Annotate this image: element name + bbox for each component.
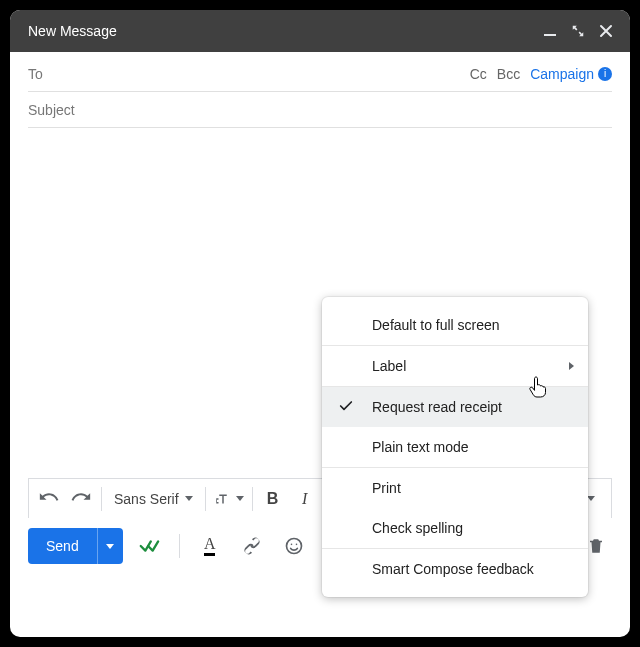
menu-item-label[interactable]: Label [322, 346, 588, 386]
redo-button[interactable] [65, 484, 97, 514]
more-options-menu: Default to full screen Label Request rea… [322, 297, 588, 597]
svg-rect-0 [544, 34, 556, 36]
font-family-label: Sans Serif [114, 491, 179, 507]
bcc-toggle[interactable]: Bcc [497, 66, 520, 82]
bold-button[interactable]: B [257, 484, 289, 514]
minimize-button[interactable] [538, 19, 562, 43]
separator [101, 487, 102, 511]
fullscreen-button[interactable] [566, 19, 590, 43]
chevron-down-icon [185, 496, 193, 501]
italic-button[interactable]: I [289, 484, 321, 514]
menu-item-read-receipt[interactable]: Request read receipt [322, 387, 588, 427]
menu-item-label: Smart Compose feedback [372, 561, 534, 577]
to-label: To [28, 66, 43, 82]
menu-item-label: Check spelling [372, 520, 463, 536]
info-icon: i [598, 67, 612, 81]
chevron-down-icon [587, 496, 595, 501]
check-icon [338, 398, 354, 417]
menu-item-check-spelling[interactable]: Check spelling [322, 508, 588, 548]
campaign-label: Campaign [530, 66, 594, 82]
window-title: New Message [28, 23, 538, 39]
menu-item-label: Label [372, 358, 406, 374]
font-size-button[interactable] [210, 484, 248, 514]
titlebar: New Message [10, 10, 630, 52]
subject-label: Subject [28, 102, 75, 118]
compose-header: To Cc Bcc Campaign i Subject [10, 52, 630, 128]
send-button-group: Send [28, 528, 123, 564]
close-button[interactable] [594, 19, 618, 43]
text-color-button[interactable]: A [194, 530, 226, 562]
undo-button[interactable] [33, 484, 65, 514]
menu-item-label: Print [372, 480, 401, 496]
menu-item-smart-compose[interactable]: Smart Compose feedback [322, 549, 588, 589]
subject-row[interactable]: Subject [28, 92, 612, 128]
send-button[interactable]: Send [28, 528, 97, 564]
menu-item-default-fullscreen[interactable]: Default to full screen [322, 305, 588, 345]
chevron-right-icon [569, 362, 574, 370]
menu-item-plain-text[interactable]: Plain text mode [322, 427, 588, 467]
send-options-button[interactable] [97, 528, 123, 564]
spellcheck-icon[interactable] [133, 530, 165, 562]
separator [179, 534, 180, 558]
menu-item-label: Plain text mode [372, 439, 469, 455]
menu-item-label: Default to full screen [372, 317, 500, 333]
campaign-toggle[interactable]: Campaign i [530, 66, 612, 82]
to-row[interactable]: To Cc Bcc Campaign i [28, 56, 612, 92]
chevron-down-icon [236, 496, 244, 501]
svg-point-2 [290, 544, 292, 546]
separator [205, 487, 206, 511]
svg-point-3 [295, 544, 297, 546]
menu-item-label: Request read receipt [372, 399, 502, 415]
font-family-select[interactable]: Sans Serif [106, 491, 201, 507]
svg-point-1 [286, 539, 301, 554]
insert-link-button[interactable] [236, 530, 268, 562]
cc-toggle[interactable]: Cc [470, 66, 487, 82]
menu-item-print[interactable]: Print [322, 468, 588, 508]
chevron-down-icon [106, 544, 114, 549]
insert-emoji-button[interactable] [278, 530, 310, 562]
separator [252, 487, 253, 511]
